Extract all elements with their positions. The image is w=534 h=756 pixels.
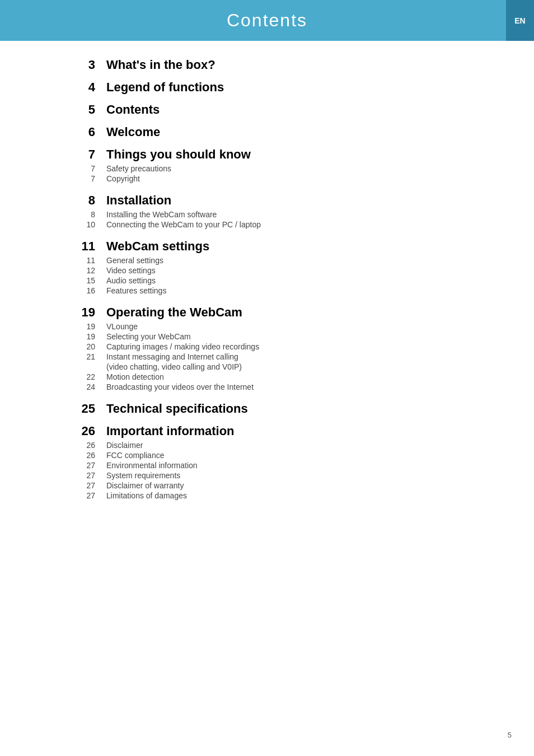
toc-sub-label: General settings: [106, 256, 163, 265]
toc-section: 6Welcome: [67, 125, 500, 139]
toc-sub-label: Audio settings: [106, 276, 156, 285]
page-container: Contents EN 3What's in the box?4Legend o…: [0, 0, 534, 756]
toc-sub-label: Installing the WebCam software: [106, 210, 217, 219]
toc-section: 5Contents: [67, 102, 500, 117]
toc-sub-label: Environmental information: [106, 461, 198, 470]
toc-sub-number: 7: [67, 174, 95, 183]
toc-section: 26Important information26Disclaimer26FCC…: [67, 424, 500, 500]
toc-sub-label: Disclaimer: [106, 441, 143, 450]
toc-main-label: Things you should know: [106, 147, 251, 162]
toc-sub-number: 10: [67, 220, 95, 229]
toc-main-label: Welcome: [106, 125, 160, 139]
toc-main-label: Contents: [106, 102, 160, 117]
toc-sub-entry: 7Safety precautions: [67, 164, 500, 173]
toc-sub-number: 12: [67, 266, 95, 275]
toc-sub-number: 11: [67, 256, 95, 265]
toc-sub-label: Limitations of damages: [106, 491, 187, 500]
toc-sub-label: Capturing images / making video recordin…: [106, 342, 259, 351]
toc-sub-label: Copyright: [106, 174, 140, 183]
toc-sub-number: 8: [67, 210, 95, 219]
toc-section: 7Things you should know7Safety precautio…: [67, 147, 500, 183]
toc-section: 11WebCam settings11General settings12Vid…: [67, 239, 500, 295]
toc-main-entry: 5Contents: [67, 102, 500, 117]
toc-sub-label: Motion detection: [106, 372, 164, 381]
toc-main-entry: 3What's in the box?: [67, 58, 500, 72]
toc-main-label: Installation: [106, 193, 171, 208]
toc-sub-number: 21: [67, 352, 95, 361]
toc-sub-label: Video settings: [106, 266, 156, 275]
toc-sub-number: 20: [67, 342, 95, 351]
toc-sub-number: 19: [67, 322, 95, 331]
header-title: Contents: [227, 10, 307, 31]
toc-section: 4Legend of functions: [67, 80, 500, 95]
toc-sub-label: Features settings: [106, 286, 166, 295]
toc-main-label: Operating the WebCam: [106, 305, 242, 320]
toc-sub-entry: 10Connecting the WebCam to your PC / lap…: [67, 220, 500, 229]
toc-main-number: 6: [67, 125, 95, 139]
language-badge: EN: [506, 0, 534, 41]
toc-sub-entry: 7Copyright: [67, 174, 500, 183]
toc-section: 25Technical specifications: [67, 402, 500, 416]
toc-sub-number: 19: [67, 332, 95, 341]
toc-sub-label: VLounge: [106, 322, 138, 331]
toc-sub-number: 27: [67, 471, 95, 480]
toc-sub-number: 27: [67, 481, 95, 490]
toc-sub-number: 22: [67, 372, 95, 381]
toc-sub-number: 15: [67, 276, 95, 285]
toc-main-number: 19: [67, 305, 95, 320]
toc-sub-entry: 22Motion detection: [67, 372, 500, 381]
toc-main-number: 7: [67, 147, 95, 162]
toc-sub-label: Connecting the WebCam to your PC / lapto…: [106, 220, 261, 229]
toc-section: 19Operating the WebCam19VLounge19Selecti…: [67, 305, 500, 391]
toc-sub-continuation: (video chatting, video calling and V0IP): [67, 362, 500, 371]
toc-main-entry: 25Technical specifications: [67, 402, 500, 416]
toc-sub-entry: 12Video settings: [67, 266, 500, 275]
toc-main-label: Important information: [106, 424, 235, 438]
toc-main-label: Technical specifications: [106, 402, 248, 416]
toc-main-label: What's in the box?: [106, 58, 216, 72]
toc-sub-number: 26: [67, 451, 95, 460]
toc-content: 3What's in the box?4Legend of functions5…: [0, 41, 534, 539]
toc-sub-label: Disclaimer of warranty: [106, 481, 184, 490]
toc-sub-entry: 27Disclaimer of warranty: [67, 481, 500, 490]
toc-sub-entry: 20Capturing images / making video record…: [67, 342, 500, 351]
toc-sub-number: 16: [67, 286, 95, 295]
toc-main-number: 11: [67, 239, 95, 254]
toc-sub-entry: 27Limitations of damages: [67, 491, 500, 500]
toc-sub-number: 27: [67, 491, 95, 500]
toc-main-number: 8: [67, 193, 95, 208]
page-header: Contents EN: [0, 0, 534, 41]
toc-sub-entry: 19VLounge: [67, 322, 500, 331]
toc-main-entry: 19Operating the WebCam: [67, 305, 500, 320]
toc-main-entry: 8Installation: [67, 193, 500, 208]
toc-main-entry: 11WebCam settings: [67, 239, 500, 254]
toc-sub-entry: 21Instant messaging and Internet calling: [67, 352, 500, 361]
toc-sub-number: 26: [67, 441, 95, 450]
toc-main-label: Legend of functions: [106, 80, 224, 95]
toc-main-number: 3: [67, 58, 95, 72]
toc-sub-label: Broadcasting your videos over the Intern…: [106, 382, 254, 391]
page-number: 5: [508, 731, 512, 739]
toc-sub-label: System requirements: [106, 471, 180, 480]
toc-sub-number: 24: [67, 382, 95, 391]
toc-sub-entry: 11General settings: [67, 256, 500, 265]
toc-sub-entry: 27Environmental information: [67, 461, 500, 470]
toc-sub-entry: 26Disclaimer: [67, 441, 500, 450]
toc-sub-entry: 27System requirements: [67, 471, 500, 480]
toc-sub-entry: 26FCC compliance: [67, 451, 500, 460]
toc-main-entry: 4Legend of functions: [67, 80, 500, 95]
toc-main-number: 5: [67, 102, 95, 117]
toc-sub-label: Selecting your WebCam: [106, 332, 191, 341]
toc-sub-label: Safety precautions: [106, 164, 171, 173]
toc-main-number: 4: [67, 80, 95, 95]
toc-sub-number: 7: [67, 164, 95, 173]
toc-sub-label: Instant messaging and Internet calling: [106, 352, 238, 361]
toc-sub-entry: 24Broadcasting your videos over the Inte…: [67, 382, 500, 391]
toc-section: 3What's in the box?: [67, 58, 500, 72]
toc-sub-label: FCC compliance: [106, 451, 164, 460]
toc-sub-entry: 15Audio settings: [67, 276, 500, 285]
toc-sub-entry: 16Features settings: [67, 286, 500, 295]
toc-main-entry: 6Welcome: [67, 125, 500, 139]
toc-sub-entry: 19Selecting your WebCam: [67, 332, 500, 341]
toc-main-entry: 26Important information: [67, 424, 500, 438]
